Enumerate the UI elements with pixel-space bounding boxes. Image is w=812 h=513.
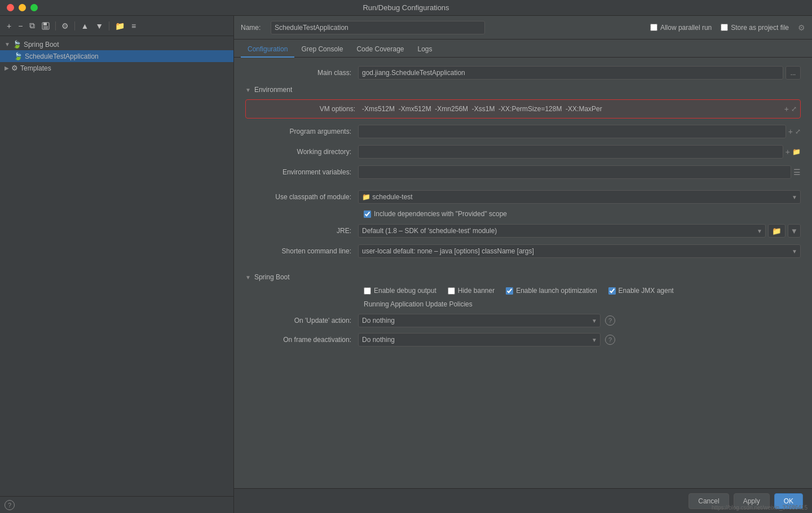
enable-jmx-check[interactable] [608,287,616,295]
help-button[interactable]: ? [5,500,15,510]
jre-dropdown-button[interactable]: ▼ [788,224,801,238]
jre-select[interactable]: Default (1.8 – SDK of 'schedule-test' mo… [358,224,766,238]
folder-button[interactable]: 📁 [113,20,127,32]
on-frame-row: On frame deactivation: Do nothing Update… [245,333,801,347]
working-dir-add-button[interactable]: + [785,145,790,159]
program-args-add-button[interactable]: + [788,125,793,138]
on-frame-select-wrapper: Do nothing Update classes and resources … [358,333,601,347]
name-bar: Name: Allow parallel run Store as projec… [234,16,812,40]
environment-label: Environment [254,86,292,94]
sort-button[interactable]: ≡ [129,20,138,32]
program-args-input[interactable] [358,125,786,138]
env-vars-browse-button[interactable]: ☰ [793,165,801,179]
environment-section-header[interactable]: ▼ Environment [245,86,801,94]
vm-options-input[interactable] [362,102,784,116]
copy-button[interactable]: ⧉ [27,20,37,32]
classpath-select[interactable]: 📁 schedule-test [358,190,801,204]
main-class-label: Main class: [245,69,358,77]
env-vars-input[interactable] [358,165,791,179]
enable-debug-label: Enable debug output [374,287,436,295]
include-deps-row: Include dependencies with "Provided" sco… [245,210,801,218]
spring-boot-icon: 🍃 [12,40,21,49]
program-args-row: Program arguments: + ⤢ [245,124,801,139]
working-dir-browse-button[interactable]: 📁 [792,145,801,159]
program-args-expand-button[interactable]: ⤢ [795,125,801,138]
name-label: Name: [241,24,266,32]
save-button[interactable] [39,21,52,31]
shorten-cmd-select[interactable]: user-local default: none – java [options… [358,244,801,258]
allow-parallel-check[interactable] [650,24,657,31]
env-vars-row: Environment variables: ☰ [245,165,801,179]
title-bar: Run/Debug Configurations [0,0,812,16]
tree-area: ▼ 🍃 Spring Boot 🍃 ScheduleTestApplicatio… [0,36,233,496]
tab-code-coverage[interactable]: Code Coverage [350,42,411,58]
enable-debug-checkbox[interactable]: Enable debug output [364,287,436,295]
main-class-browse-button[interactable]: ... [785,66,801,80]
on-update-row: On 'Update' action: Do nothing Update cl… [245,314,801,327]
close-button[interactable] [7,4,14,11]
classpath-label: Use classpath of module: [245,193,358,201]
left-panel: + − ⧉ ⚙ ▲ ▼ 📁 ≡ ▼ 🍃 Spring Boot 🍃 [0,16,234,513]
tree-item-label: Spring Boot [24,41,59,49]
hide-banner-checkbox[interactable]: Hide banner [448,287,495,295]
tab-grep-console[interactable]: Grep Console [294,42,350,58]
enable-launch-check[interactable] [506,287,513,295]
on-update-help-button[interactable]: ? [605,315,615,326]
settings-gear-icon[interactable]: ⚙ [798,23,805,32]
spring-boot-label: Spring Boot [254,273,290,281]
right-panel: Name: Allow parallel run Store as projec… [234,16,812,513]
shorten-cmd-wrapper: user-local default: none – java [options… [358,244,801,258]
main-class-input[interactable] [358,66,783,80]
on-frame-help-button[interactable]: ? [605,335,615,345]
store-as-project-check[interactable] [721,24,728,31]
svg-rect-1 [43,23,47,25]
enable-launch-label: Enable launch optimization [516,287,597,295]
separator-2 [74,21,75,30]
vm-options-add-button[interactable]: + [784,104,789,113]
tree-item-schedule-app[interactable]: 🍃 ScheduleTestApplication [0,50,233,62]
jre-browse-button[interactable]: 📁 [768,224,785,238]
tree-item-spring-boot[interactable]: ▼ 🍃 Spring Boot [0,38,233,50]
remove-button[interactable]: − [16,20,25,32]
separator-3 [109,21,109,30]
jre-row: JRE: Default (1.8 – SDK of 'schedule-tes… [245,223,801,238]
toolbar: + − ⧉ ⚙ ▲ ▼ 📁 ≡ [0,16,233,36]
on-frame-select[interactable]: Do nothing Update classes and resources … [358,333,601,347]
store-as-project-checkbox[interactable]: Store as project file [721,24,789,32]
tab-logs[interactable]: Logs [411,42,439,58]
maximize-button[interactable] [30,4,38,11]
enable-debug-check[interactable] [364,287,371,295]
include-deps-checkbox[interactable]: Include dependencies with "Provided" sco… [364,210,507,218]
store-as-project-label: Store as project file [731,24,789,32]
enable-jmx-checkbox[interactable]: Enable JMX agent [608,287,674,295]
settings-button[interactable]: ⚙ [59,20,71,32]
include-deps-check[interactable] [364,211,371,218]
allow-parallel-checkbox[interactable]: Allow parallel run [650,24,712,32]
minimize-button[interactable] [19,4,26,11]
tree-item-label: ScheduleTestApplication [25,52,99,60]
tree-item-label: Templates [20,64,51,72]
chevron-right-icon: ▶ [5,65,9,71]
on-update-select-wrapper: Do nothing Update classes and resources … [358,314,601,327]
hide-banner-check[interactable] [448,287,455,295]
tree-item-templates[interactable]: ▶ ⚙ Templates [0,62,233,74]
vm-options-expand-button[interactable]: ⤢ [791,104,797,113]
spring-boot-chevron-icon: ▼ [245,274,251,280]
include-deps-label: Include dependencies with "Provided" sco… [374,210,507,218]
on-update-select[interactable]: Do nothing Update classes and resources … [358,314,601,327]
name-input[interactable] [271,21,485,34]
schedule-app-icon: 🍃 [14,52,23,60]
enable-launch-checkbox[interactable]: Enable launch optimization [506,287,597,295]
program-args-control: + ⤢ [358,125,801,138]
main-class-row: Main class: ... [245,65,801,80]
spring-boot-section-header[interactable]: ▼ Spring Boot [245,273,801,281]
templates-icon: ⚙ [11,64,18,72]
down-button[interactable]: ▼ [93,20,105,32]
up-button[interactable]: ▲ [78,20,91,32]
add-button[interactable]: + [5,20,14,32]
environment-chevron-icon: ▼ [245,87,251,93]
working-dir-input[interactable] [358,145,783,159]
tab-configuration[interactable]: Configuration [241,42,294,58]
window-controls [7,4,38,11]
allow-parallel-label: Allow parallel run [660,24,712,32]
